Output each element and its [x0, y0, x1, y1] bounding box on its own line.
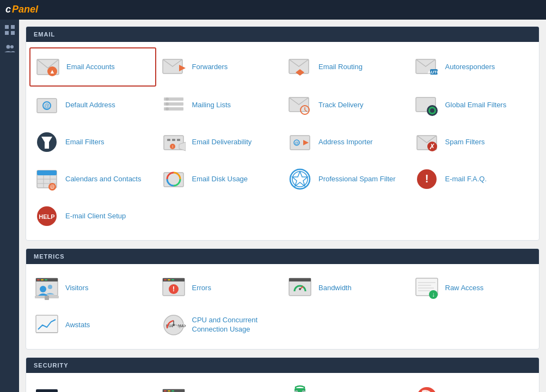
item-email-disk-usage[interactable]: Email Disk Usage	[156, 161, 283, 198]
forwarders-icon	[161, 54, 187, 80]
item-label-autoresponders: Autoresponders	[445, 63, 495, 72]
item-global-email-filters[interactable]: Global Email Filters	[409, 87, 536, 124]
item-email-faq[interactable]: ! E-mail F.A.Q.	[409, 161, 536, 198]
svg-rect-107	[164, 390, 167, 391]
svg-rect-71	[45, 279, 47, 280]
item-label-email-accounts: Email Accounts	[66, 63, 115, 72]
item-raw-access[interactable]: ↓ Raw Access	[409, 270, 536, 307]
global-email-filters-icon	[414, 92, 440, 118]
svg-text:c: c	[5, 4, 11, 15]
svg-rect-95	[36, 315, 58, 333]
item-bandwidth[interactable]: Bandwidth	[283, 270, 409, 307]
svg-point-7	[10, 45, 14, 48]
svg-rect-3	[11, 25, 15, 29]
svg-text:HELP: HELP	[39, 213, 54, 220]
item-ssl-tls[interactable]: SSL/TLS	[156, 378, 283, 392]
item-awstats[interactable]: Awstats	[29, 307, 156, 344]
item-ssh-access[interactable]: >_ SSH SSH Access	[29, 378, 156, 392]
hotlink-protection-icon	[287, 384, 313, 392]
svg-rect-52	[37, 170, 57, 175]
svg-rect-70	[41, 279, 44, 280]
svg-text:▲: ▲	[50, 68, 56, 75]
grid-icon[interactable]	[5, 25, 15, 37]
svg-rect-109	[171, 390, 174, 391]
svg-point-101	[173, 324, 175, 326]
bandwidth-icon	[287, 275, 313, 301]
cpu-concurrent-icon: MIN MAX	[161, 312, 187, 338]
address-importer-icon: @	[287, 129, 313, 155]
item-label-cpu-concurrent: CPU and Concurrent Connection Usage	[192, 316, 279, 334]
sidebar	[0, 20, 19, 392]
svg-text:↓: ↓	[432, 291, 435, 298]
svg-text:Panel: Panel	[12, 4, 39, 15]
item-label-bandwidth: Bandwidth	[318, 284, 352, 293]
email-disk-usage-icon	[161, 166, 187, 192]
item-leech-protection[interactable]: ✋ Leech Protection	[409, 378, 536, 392]
cpanel-logo: c Panel	[5, 3, 49, 17]
svg-rect-39	[172, 139, 175, 141]
svg-rect-4	[5, 31, 9, 35]
item-default-address[interactable]: @ Default Address	[29, 87, 156, 124]
item-cpu-concurrent[interactable]: MIN MAX CPU and Concurrent Connection Us…	[156, 307, 283, 344]
item-hotlink-protection[interactable]: Hotlink Protection	[283, 378, 409, 392]
item-email-client-setup[interactable]: HELP E-mail Client Setup	[29, 198, 156, 235]
item-calendars-contacts[interactable]: @ Calendars and Contacts	[29, 161, 156, 198]
email-accounts-icon: ▲	[35, 54, 61, 80]
item-address-importer[interactable]: @ Address Importer	[283, 124, 409, 161]
item-email-routing[interactable]: Email Routing	[283, 47, 409, 87]
leech-protection-icon: ✋	[414, 384, 440, 392]
item-mailing-lists[interactable]: Mailing Lists	[156, 87, 283, 124]
item-label-email-deliverability: Email Deliverability	[192, 138, 252, 147]
errors-icon: !	[161, 275, 187, 301]
item-label-awstats: Awstats	[65, 321, 90, 330]
professional-spam-filter-icon	[287, 166, 313, 192]
item-spam-filters[interactable]: ✗ Spam Filters	[409, 124, 536, 161]
svg-point-25	[165, 102, 169, 106]
item-email-deliverability[interactable]: ! Email Deliverability	[156, 124, 283, 161]
svg-text:@: @	[295, 140, 299, 145]
item-email-accounts[interactable]: ▲ Email Accounts	[29, 47, 156, 87]
svg-text:@: @	[50, 184, 54, 189]
users-icon[interactable]	[4, 45, 15, 56]
item-label-track-delivery: Track Delivery	[318, 101, 364, 110]
svg-rect-2	[5, 25, 9, 29]
svg-rect-108	[168, 390, 170, 391]
svg-rect-78	[164, 279, 167, 280]
svg-text:AUTO: AUTO	[427, 70, 438, 75]
svg-text:!: !	[171, 144, 173, 149]
item-email-filters[interactable]: Email Filters	[29, 124, 156, 161]
svg-point-24	[165, 97, 169, 101]
svg-point-87	[299, 288, 301, 290]
item-autoresponders[interactable]: AUTO Autoresponders	[409, 47, 536, 87]
ssl-tls-icon	[161, 384, 187, 392]
item-label-email-faq: E-mail F.A.Q.	[445, 175, 487, 184]
email-filters-icon	[34, 129, 60, 155]
svg-point-34	[430, 108, 434, 113]
svg-text:✗: ✗	[429, 142, 435, 151]
email-faq-icon: !	[414, 166, 440, 192]
awstats-icon	[34, 312, 60, 338]
svg-rect-80	[171, 279, 174, 280]
item-label-raw-access: Raw Access	[445, 284, 484, 293]
item-errors[interactable]: ! Errors	[156, 270, 283, 307]
section-security: SECURITY >_ SSH SSH Access SSL/TLS Hotli…	[26, 357, 539, 392]
svg-rect-102	[36, 389, 58, 392]
svg-rect-5	[11, 31, 15, 35]
item-forwarders[interactable]: Forwarders	[156, 47, 283, 87]
mailing-lists-icon	[161, 92, 187, 118]
item-label-mailing-lists: Mailing Lists	[192, 101, 231, 110]
items-grid-security: >_ SSH SSH Access SSL/TLS Hotlink Protec…	[26, 373, 539, 392]
svg-text:!: !	[425, 173, 428, 185]
item-professional-spam-filter[interactable]: Professional Spam Filter	[283, 161, 409, 198]
section-metrics: METRICS Visitors ! Errors	[26, 248, 539, 350]
item-label-calendars-contacts: Calendars and Contacts	[65, 175, 141, 184]
default-address-icon: @	[34, 92, 60, 118]
calendars-contacts-icon: @	[34, 166, 60, 192]
item-label-spam-filters: Spam Filters	[445, 138, 485, 147]
email-routing-icon	[287, 54, 313, 80]
items-grid-metrics: Visitors ! Errors Bandwidth ↓ Raw Access	[26, 264, 539, 349]
section-header-metrics: METRICS	[26, 249, 539, 264]
svg-rect-75	[45, 296, 49, 300]
item-track-delivery[interactable]: Track Delivery	[283, 87, 409, 124]
item-visitors[interactable]: Visitors	[29, 270, 156, 307]
